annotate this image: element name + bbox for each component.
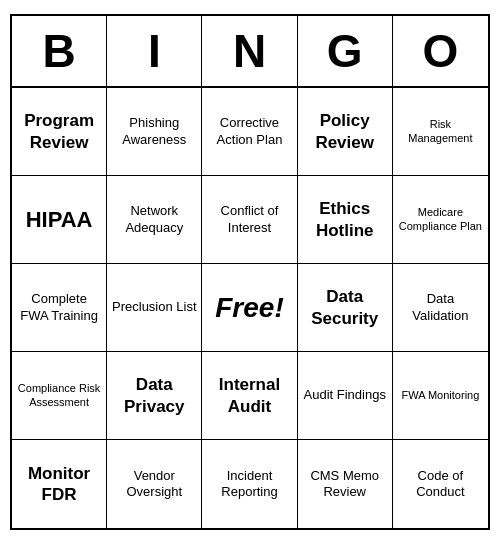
bingo-cell-24: Code of Conduct xyxy=(393,440,488,528)
bingo-cell-22: Incident Reporting xyxy=(202,440,297,528)
bingo-cell-16: Data Privacy xyxy=(107,352,202,440)
bingo-cell-20: Monitor FDR xyxy=(12,440,107,528)
bingo-cell-2: Corrective Action Plan xyxy=(202,88,297,176)
bingo-cell-text-0: Program Review xyxy=(16,110,102,153)
bingo-cell-text-18: Audit Findings xyxy=(304,387,386,403)
bingo-cell-text-17: Internal Audit xyxy=(206,374,292,417)
bingo-cell-text-23: CMS Memo Review xyxy=(302,468,388,501)
bingo-cell-14: Data Validation xyxy=(393,264,488,352)
bingo-cell-text-14: Data Validation xyxy=(397,291,484,324)
bingo-cell-6: Network Adequacy xyxy=(107,176,202,264)
bingo-letter-N: N xyxy=(202,16,297,86)
bingo-cell-text-9: Medicare Compliance Plan xyxy=(397,206,484,234)
bingo-cell-text-1: Phishing Awareness xyxy=(111,115,197,148)
bingo-cell-5: HIPAA xyxy=(12,176,107,264)
bingo-header: BINGO xyxy=(12,16,488,88)
bingo-cell-11: Preclusion List xyxy=(107,264,202,352)
bingo-cell-text-16: Data Privacy xyxy=(111,374,197,417)
bingo-letter-I: I xyxy=(107,16,202,86)
bingo-cell-text-15: Compliance Risk Assessment xyxy=(16,382,102,410)
bingo-cell-text-21: Vendor Oversight xyxy=(111,468,197,501)
bingo-cell-3: Policy Review xyxy=(298,88,393,176)
bingo-cell-7: Conflict of Interest xyxy=(202,176,297,264)
bingo-cell-15: Compliance Risk Assessment xyxy=(12,352,107,440)
bingo-cell-23: CMS Memo Review xyxy=(298,440,393,528)
bingo-cell-text-22: Incident Reporting xyxy=(206,468,292,501)
bingo-cell-text-2: Corrective Action Plan xyxy=(206,115,292,148)
bingo-letter-G: G xyxy=(298,16,393,86)
bingo-cell-text-3: Policy Review xyxy=(302,110,388,153)
bingo-cell-9: Medicare Compliance Plan xyxy=(393,176,488,264)
bingo-cell-text-6: Network Adequacy xyxy=(111,203,197,236)
bingo-cell-19: FWA Monitoring xyxy=(393,352,488,440)
bingo-cell-17: Internal Audit xyxy=(202,352,297,440)
bingo-cell-text-13: Data Security xyxy=(302,286,388,329)
bingo-cell-10: Complete FWA Training xyxy=(12,264,107,352)
bingo-letter-O: O xyxy=(393,16,488,86)
bingo-cell-text-19: FWA Monitoring xyxy=(401,389,479,403)
bingo-cell-8: Ethics Hotline xyxy=(298,176,393,264)
bingo-cell-text-24: Code of Conduct xyxy=(397,468,484,501)
bingo-cell-12: Free! xyxy=(202,264,297,352)
bingo-cell-4: Risk Management xyxy=(393,88,488,176)
bingo-cell-text-7: Conflict of Interest xyxy=(206,203,292,236)
bingo-cell-text-11: Preclusion List xyxy=(112,299,197,315)
bingo-cell-text-12: Free! xyxy=(215,292,283,324)
bingo-cell-0: Program Review xyxy=(12,88,107,176)
bingo-card: BINGO Program ReviewPhishing AwarenessCo… xyxy=(10,14,490,530)
bingo-cell-21: Vendor Oversight xyxy=(107,440,202,528)
bingo-cell-text-5: HIPAA xyxy=(26,206,93,234)
bingo-cell-text-4: Risk Management xyxy=(397,118,484,146)
bingo-cell-text-20: Monitor FDR xyxy=(16,463,102,506)
bingo-cell-text-10: Complete FWA Training xyxy=(16,291,102,324)
bingo-cell-13: Data Security xyxy=(298,264,393,352)
bingo-cell-1: Phishing Awareness xyxy=(107,88,202,176)
bingo-letter-B: B xyxy=(12,16,107,86)
bingo-cell-text-8: Ethics Hotline xyxy=(302,198,388,241)
bingo-grid: Program ReviewPhishing AwarenessCorrecti… xyxy=(12,88,488,528)
bingo-cell-18: Audit Findings xyxy=(298,352,393,440)
